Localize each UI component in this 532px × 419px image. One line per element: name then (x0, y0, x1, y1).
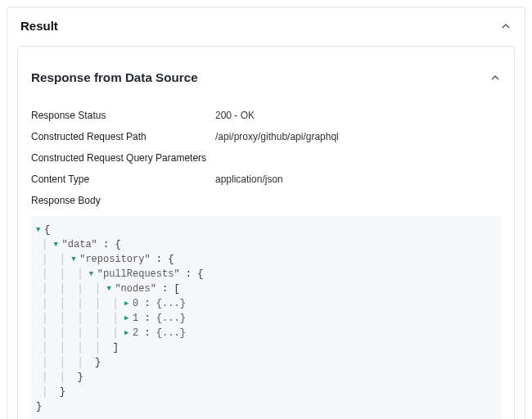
content-type-value: application/json (215, 173, 283, 185)
triangle-down-icon[interactable]: ▼ (106, 284, 115, 295)
query-row: Constructed Request Query Parameters (18, 147, 514, 169)
body-label: Response Body (18, 190, 514, 211)
path-value: /api/proxy/github/api/graphql (215, 131, 339, 142)
status-value: 200 - OK (215, 110, 255, 121)
content-type-row: Content Type application/json (18, 169, 514, 190)
result-header[interactable]: Result (7, 7, 525, 39)
path-label: Constructed Request Path (31, 131, 215, 142)
triangle-right-icon[interactable]: ▶ (124, 328, 133, 340)
result-panel: Result Response from Data Source Respons… (7, 7, 525, 419)
status-label: Response Status (31, 110, 215, 121)
response-header[interactable]: Response from Data Source (18, 47, 514, 105)
triangle-down-icon[interactable]: ▼ (54, 240, 62, 251)
chevron-up-icon[interactable] (500, 20, 512, 32)
triangle-down-icon[interactable]: ▼ (36, 225, 44, 237)
result-title: Result (20, 19, 58, 33)
response-title: Response from Data Source (31, 70, 198, 84)
chevron-up-icon[interactable] (489, 72, 501, 83)
triangle-down-icon[interactable]: ▼ (71, 255, 79, 266)
query-label: Constructed Request Query Parameters (31, 152, 215, 164)
triangle-right-icon[interactable]: ▶ (124, 299, 133, 310)
response-card: Response from Data Source Response Statu… (17, 46, 515, 419)
triangle-right-icon[interactable]: ▶ (124, 313, 133, 325)
response-body-json[interactable]: ▼{ │ ▼"data" : { │ │ ▼"repository" : { │… (31, 216, 501, 419)
content-type-label: Content Type (31, 173, 215, 185)
path-row: Constructed Request Path /api/proxy/gith… (18, 126, 514, 147)
triangle-down-icon[interactable]: ▼ (89, 269, 97, 281)
status-row: Response Status 200 - OK (18, 105, 514, 126)
